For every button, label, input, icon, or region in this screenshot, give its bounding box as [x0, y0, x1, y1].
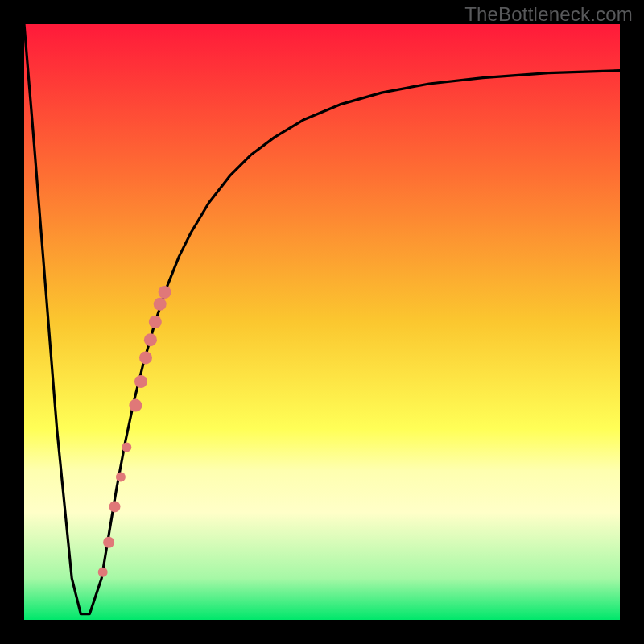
highlight-marker [144, 333, 157, 346]
highlight-marker [154, 298, 167, 311]
highlight-marker [98, 568, 108, 577]
highlight-marker [129, 399, 142, 412]
highlight-marker [122, 442, 131, 452]
plot-background [24, 24, 620, 620]
highlight-marker [116, 472, 126, 481]
highlight-marker [139, 351, 152, 364]
highlight-marker [134, 375, 147, 388]
bottleneck-chart [0, 0, 644, 644]
chart-container: TheBottleneck.com [0, 0, 644, 644]
highlight-marker [159, 286, 171, 299]
highlight-marker [103, 537, 114, 548]
watermark-text: TheBottleneck.com [464, 3, 633, 26]
highlight-marker [149, 316, 162, 328]
highlight-marker [109, 501, 121, 512]
